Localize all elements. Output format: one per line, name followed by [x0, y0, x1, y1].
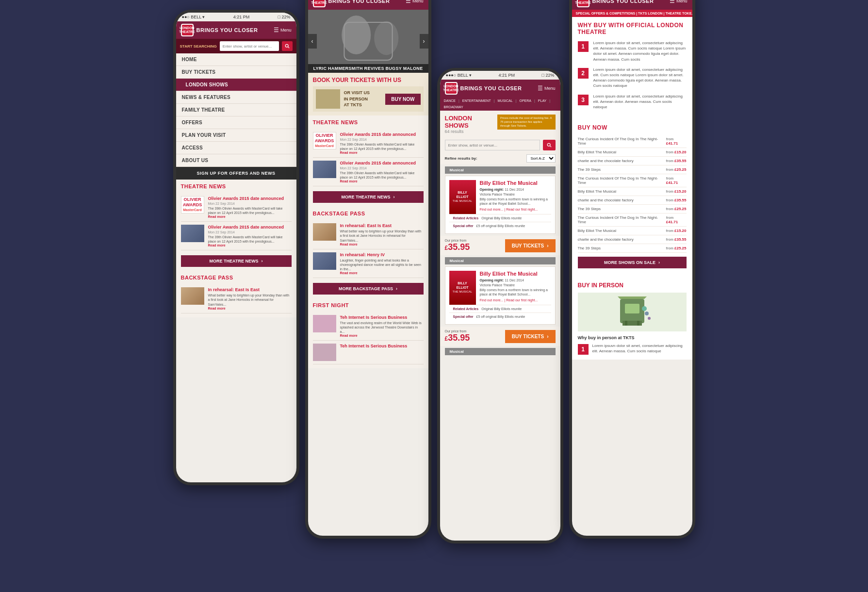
show-list-name-4-9[interactable]: The Curious Incident Of The Dog In The N… — [578, 215, 666, 224]
first-night-read-more-2a[interactable]: Read more — [340, 334, 424, 337]
menu-button-3[interactable]: ☰ Menu — [538, 85, 556, 92]
nav-musical-3[interactable]: MUSICAL — [498, 99, 513, 102]
menu-label-2: Menu — [412, 0, 424, 3]
first-night-news-text-2a: The vast and evolving realm of the World… — [340, 321, 424, 334]
offer-text-3a: £5 off original Billy Elliots reunite — [476, 224, 525, 228]
show-info-3a: Billy Elliot The Musical Opening night: … — [480, 180, 551, 214]
nav-entertainment-3[interactable]: ENTERTAINMENT — [462, 99, 491, 102]
backstage-title-2a: In rehearsal: East Is East — [340, 223, 424, 228]
more-backstage-btn-2[interactable]: MORE BACKSTAGE PASS › — [313, 283, 424, 295]
reason-num-4c: 3 — [578, 95, 589, 105]
show-detail-desc-3a: Billy comes from a northern town is winn… — [480, 197, 551, 206]
backstage-read-more-2b[interactable]: Read more — [340, 271, 424, 275]
show-list-price-4-2: from £15.20 — [666, 150, 687, 154]
signup-bar-1[interactable]: SIGN UP FOR OFFERS AND NEWS — [176, 167, 296, 180]
app-header-1: LONDONTHEATRE BRINGS YOU CLOSER ☰ Menu — [176, 21, 296, 39]
carousel-prev-2[interactable]: ‹ — [308, 34, 317, 49]
backstage-read-more-2a[interactable]: Read more — [340, 243, 424, 246]
reason-text-4a: Lorem ipsum dolor sit amet, consectetuer… — [593, 40, 687, 62]
offer-text-3b: £5 off original Billy Elliots reunite — [476, 315, 525, 318]
show-list-name-4-2[interactable]: Billy Elliot The Musical — [578, 150, 616, 154]
svg-point-14 — [642, 306, 647, 311]
show-list-name-4-12[interactable]: The 39 Steps — [578, 246, 601, 250]
shows-nav-3: DANCE | ENTERTAINMENT | MUSICAL | OPERA … — [440, 97, 560, 111]
nav-home-1[interactable]: HOME — [176, 53, 296, 66]
related-label-3b: Related Articles — [453, 307, 479, 311]
show-list-4-10: Billy Elliot The Musical from £15.20 — [578, 227, 687, 235]
nav-broadway-3[interactable]: BROADWAY — [444, 105, 463, 109]
price-from-label-3a: Our price from — [445, 239, 470, 242]
show-list-name-4-4[interactable]: The 39 Steps — [578, 167, 601, 172]
sort-select-3[interactable]: Sort A-Z — [526, 154, 556, 163]
show-name-3b[interactable]: Billy Elliot The Musical — [480, 271, 551, 277]
phone-2: ●●●● BELL ▾ 4:21 PM □ 22% LONDONTHEATRE … — [305, 0, 431, 539]
hamburger-icon-1: ☰ — [274, 27, 279, 33]
backstage-read-more-1[interactable]: Read more — [208, 307, 292, 310]
show-list-name-4-1[interactable]: The Curious Incident Of The Dog In The N… — [578, 137, 666, 146]
more-theatre-news-btn-1[interactable]: MORE THEATRE NEWS › — [181, 255, 292, 267]
more-shows-btn-4[interactable]: MORE SHOWS ON SALE › — [578, 257, 687, 268]
carousel-image-2: LYRIC HAMMERSMITH REVIVES BUGSY MALONE — [308, 10, 428, 73]
nav-news-1[interactable]: NEWS & FEATURES — [176, 91, 296, 104]
more-theatre-news-btn-2[interactable]: MORE THEATRE NEWS › — [313, 191, 424, 203]
nav-about-1[interactable]: ABOUT US — [176, 154, 296, 167]
related-row-3b: Related Articles Original Billy Elliots … — [449, 305, 551, 312]
reason-item-4a: 1 Lorem ipsum dolor sit amet, consectetu… — [578, 40, 687, 62]
logo-area-4: LONDONTHEATRE BRINGS YOU CLOSER — [577, 0, 654, 7]
read-more-3[interactable]: Read more — [340, 151, 424, 154]
nav-plan-1[interactable]: PLAN YOUR VISIT — [176, 129, 296, 142]
show-name-3a[interactable]: Billy Elliot The Musical — [480, 180, 551, 186]
hamburger-icon-3: ☰ — [538, 85, 543, 92]
shows-search-input-3[interactable] — [445, 140, 540, 150]
menu-label-1: Menu — [280, 28, 292, 33]
show-list-4-1: The Curious Incident Of The Dog In The N… — [578, 135, 687, 148]
show-list-price-4-10: from £15.20 — [666, 229, 687, 233]
first-night-content-2a: Teh Internet Is Serious Business The vas… — [340, 315, 424, 337]
show-list-name-4-6[interactable]: Billy Elliot The Musical — [578, 189, 616, 194]
nav-family-1[interactable]: FAMILY THEATRE — [176, 104, 296, 116]
read-more-1[interactable]: Read more — [208, 215, 292, 218]
show-list-name-4-11[interactable]: charlie and the chocolate factory — [578, 237, 634, 242]
menu-button-4[interactable]: ☰ Menu — [670, 0, 688, 4]
carousel-next-2[interactable]: › — [420, 34, 428, 49]
status-bar-1: ●●○ BELL ▾ 4:21 PM □ 22% — [176, 13, 296, 21]
menu-button-1[interactable]: ☰ Menu — [274, 27, 292, 33]
search-input-1[interactable] — [220, 41, 279, 51]
show-list-name-4-3[interactable]: charlie and the chocolate factory — [578, 159, 634, 163]
show-list-4-5: The Curious Incident Of The Dog In The N… — [578, 174, 687, 187]
buy-now-title-4: BUY NOW — [578, 124, 687, 131]
nav-offers-1[interactable]: OFFERS — [176, 116, 296, 129]
show-list-name-4-5[interactable]: The Curious Incident Of The Dog In The N… — [578, 176, 666, 185]
read-more-4[interactable]: Read more — [340, 180, 424, 183]
nav-london-shows-1[interactable]: LONDON SHOWS — [176, 79, 296, 91]
buy-now-btn-2[interactable]: BUY NOW — [385, 94, 420, 105]
read-more-2[interactable]: Read more — [208, 244, 292, 247]
backstage-img-2b — [313, 252, 336, 270]
svg-rect-11 — [625, 304, 639, 313]
buy-tickets-btn-3b[interactable]: BUY TICKETS › — [505, 330, 556, 343]
related-row-3a: Related Articles Original Billy Elliots … — [449, 214, 551, 222]
nav-dance-3[interactable]: DANCE — [444, 99, 456, 102]
battery-3: □ 22% — [542, 73, 555, 78]
nav-play-3[interactable]: PLAY — [538, 99, 546, 102]
app-header-2: LONDONTHEATRE BRINGS YOU CLOSER ☰ Menu — [308, 0, 428, 10]
logo-area-1: LONDONTHEATRE BRINGS YOU CLOSER — [181, 24, 258, 36]
show-links-3a[interactable]: Find out more... | Read our first night.… — [480, 208, 551, 211]
show-list-name-4-8[interactable]: The 39 Steps — [578, 207, 601, 211]
search-button-1[interactable] — [282, 41, 293, 51]
show-list-name-4-7[interactable]: charlie and the chocolate factory — [578, 198, 634, 202]
show-list-4-11: charlie and the chocolate factory from £… — [578, 235, 687, 244]
nav-buy-tickets-1[interactable]: BUY TICKETS — [176, 66, 296, 79]
price-from-3a: Our price from £35.95 — [445, 239, 470, 252]
show-list-name-4-10[interactable]: Billy Elliot The Musical — [578, 229, 616, 233]
show-card-3b: BILLYELLIOTTHE MUSICAL Billy Elliot The … — [445, 266, 556, 325]
nav-access-1[interactable]: ACCESS — [176, 142, 296, 154]
show-links-3b[interactable]: Find out more... | Read our first night.… — [480, 298, 551, 302]
price-amount-3b: £35.95 — [445, 333, 470, 343]
shows-search-btn-3[interactable] — [543, 140, 556, 150]
nav-opera-3[interactable]: OPERA — [519, 99, 531, 102]
show-list-4-4: The 39 Steps from £25.25 — [578, 165, 687, 174]
menu-button-2[interactable]: ☰ Menu — [406, 0, 424, 4]
buy-tickets-btn-3a[interactable]: BUY TICKETS › — [505, 239, 556, 252]
backstage-text-2b: Laughter, finger-pointing and what looks… — [340, 258, 424, 271]
